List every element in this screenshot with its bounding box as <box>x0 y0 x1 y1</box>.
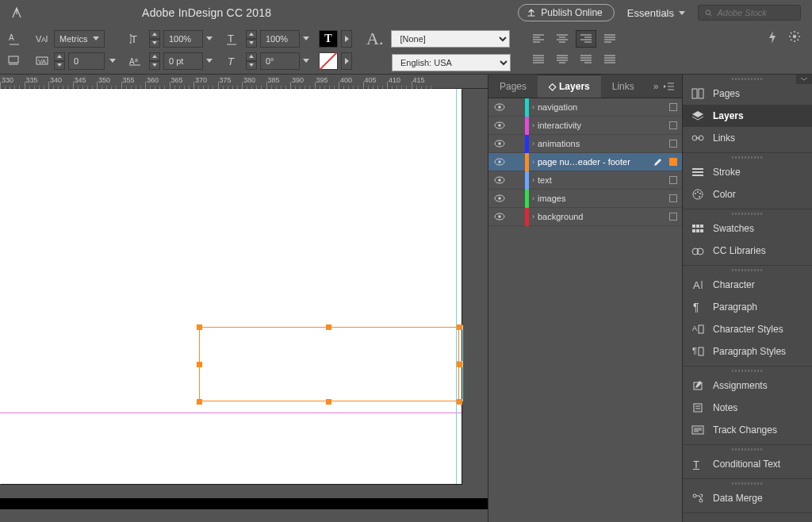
dock-item-character[interactable]: ACharacter <box>683 274 812 296</box>
stock-search-input[interactable] <box>717 8 794 17</box>
visibility-icon[interactable] <box>488 213 511 221</box>
layer-row[interactable]: ›images <box>488 190 682 208</box>
char-fill-tile[interactable]: T <box>319 30 338 48</box>
disclosure-icon[interactable]: › <box>532 213 534 221</box>
tab-links[interactable]: Links <box>601 75 645 98</box>
layer-list[interactable]: ›navigation›interactivity›animations›pag… <box>488 98 682 522</box>
char-style-select[interactable]: [None] <box>391 30 510 48</box>
selection-square[interactable] <box>669 121 677 129</box>
dock-item-conditional-text[interactable]: TConditional Text <box>683 453 812 475</box>
layer-row[interactable]: ›navigation <box>488 98 682 117</box>
justify-right-button[interactable] <box>576 51 596 68</box>
align-right-button[interactable] <box>576 30 596 48</box>
layer-row[interactable]: ›background <box>488 208 682 226</box>
page[interactable] <box>0 89 462 484</box>
next-style-button[interactable] <box>341 30 352 48</box>
selected-frame[interactable] <box>199 327 459 401</box>
dock-item-layers[interactable]: Layers <box>683 105 812 127</box>
kerning-combo[interactable]: Metrics <box>54 30 105 48</box>
visibility-icon[interactable] <box>488 194 511 202</box>
hscale-field[interactable]: 100% <box>260 30 300 48</box>
justify-center-button[interactable] <box>552 51 573 68</box>
resize-handle-sw[interactable] <box>197 399 202 405</box>
dock-item-data-merge[interactable]: Data Merge <box>683 487 812 509</box>
panel-collapse-handle[interactable] <box>796 75 812 84</box>
visibility-icon[interactable] <box>488 140 511 148</box>
dock-item-cc-libraries[interactable]: CC Libraries <box>683 240 812 262</box>
layer-row[interactable]: ›page nu…eader - footer <box>488 153 682 171</box>
selection-square[interactable] <box>669 194 677 202</box>
baseline-field[interactable]: 0 pt <box>163 52 203 70</box>
align-center-button[interactable] <box>552 30 573 48</box>
dock-item-character-styles[interactable]: ACharacter Styles <box>683 318 812 340</box>
layer-row[interactable]: ›text <box>488 171 682 190</box>
vscale-field[interactable]: 100% <box>163 30 203 48</box>
selection-square[interactable] <box>669 140 677 148</box>
dock-item-paragraph-styles[interactable]: ¶Paragraph Styles <box>683 340 812 363</box>
dock-item-swatches[interactable]: Swatches <box>683 217 812 240</box>
tab-pages[interactable]: Pages <box>488 75 538 98</box>
dock-item-track-changes[interactable]: Track Changes <box>683 419 812 441</box>
dock-item-assignments[interactable]: Assignments <box>683 374 812 397</box>
selection-square[interactable] <box>669 158 677 166</box>
resize-handle-n[interactable] <box>326 324 331 330</box>
selection-square[interactable] <box>669 213 677 221</box>
align-left-button[interactable] <box>528 30 549 48</box>
horizontal-ruler[interactable]: 3303353403453503553603653703753803853903… <box>0 75 488 89</box>
char-stroke-tile[interactable] <box>319 52 338 70</box>
resize-handle-w[interactable] <box>197 362 202 367</box>
language-select[interactable]: English: USA <box>392 54 511 71</box>
chevron-down-icon[interactable] <box>109 59 116 63</box>
next-style-button-2[interactable] <box>341 52 352 70</box>
justify-left-button[interactable] <box>528 51 549 68</box>
justify-all-button[interactable] <box>599 51 620 68</box>
layer-row[interactable]: ›animations <box>488 135 682 153</box>
dock-item-notes[interactable]: Notes <box>683 397 812 419</box>
stock-search[interactable] <box>698 5 801 21</box>
visibility-icon[interactable] <box>488 103 511 111</box>
skew-field[interactable]: 0° <box>260 52 300 70</box>
resize-handle-se[interactable] <box>457 399 462 405</box>
resize-handle-e[interactable] <box>457 362 462 367</box>
control-menu-icon[interactable] <box>788 30 801 43</box>
selection-square[interactable] <box>669 103 677 111</box>
align-justify-button[interactable] <box>599 30 620 48</box>
visibility-icon[interactable] <box>488 176 511 184</box>
disclosure-icon[interactable]: › <box>532 140 534 148</box>
visibility-icon[interactable] <box>488 121 511 129</box>
chevron-down-icon[interactable] <box>206 59 213 63</box>
dock-item-color[interactable]: Color <box>683 183 812 205</box>
tracking-icon[interactable] <box>5 52 25 70</box>
chevron-down-icon[interactable] <box>303 36 309 40</box>
visibility-icon[interactable] <box>488 158 511 166</box>
dock-item-pages[interactable]: Pages <box>683 83 812 105</box>
dock-item-paragraph[interactable]: ¶Paragraph <box>683 296 812 318</box>
hscale-spinner[interactable] <box>246 30 257 48</box>
chevron-down-icon[interactable] <box>303 59 309 63</box>
skew-spinner[interactable] <box>246 52 257 70</box>
disclosure-icon[interactable]: › <box>532 194 534 202</box>
chevron-down-icon[interactable] <box>206 36 213 40</box>
publish-online-button[interactable]: Publish Online <box>518 4 614 21</box>
tab-layers[interactable]: ◇Layers <box>538 75 601 98</box>
tracking-spinner[interactable] <box>54 52 65 70</box>
panel-menu-icon[interactable] <box>664 83 675 90</box>
layer-row[interactable]: ›interactivity <box>488 117 682 135</box>
leading-icon[interactable]: A <box>5 30 25 48</box>
document-canvas[interactable]: 3303353403453503553603653703753803853903… <box>0 75 488 522</box>
panel-collapse-icon[interactable]: » <box>653 81 657 92</box>
disclosure-icon[interactable]: › <box>532 158 534 166</box>
resize-handle-ne[interactable] <box>457 324 462 330</box>
vscale-spinner[interactable] <box>149 30 160 48</box>
dock-item-stroke[interactable]: Stroke <box>683 161 812 183</box>
resize-handle-nw[interactable] <box>197 324 202 330</box>
baseline-spinner[interactable] <box>149 52 160 70</box>
disclosure-icon[interactable]: › <box>532 121 534 129</box>
tracking-field[interactable]: 0 <box>68 52 105 70</box>
resize-handle-s[interactable] <box>326 399 331 405</box>
workspace-switcher[interactable]: Essentials <box>627 7 685 19</box>
quick-apply-icon[interactable] <box>768 30 777 44</box>
dock-item-links[interactable]: Links <box>683 127 812 149</box>
selection-square[interactable] <box>669 176 677 184</box>
disclosure-icon[interactable]: › <box>532 176 534 184</box>
